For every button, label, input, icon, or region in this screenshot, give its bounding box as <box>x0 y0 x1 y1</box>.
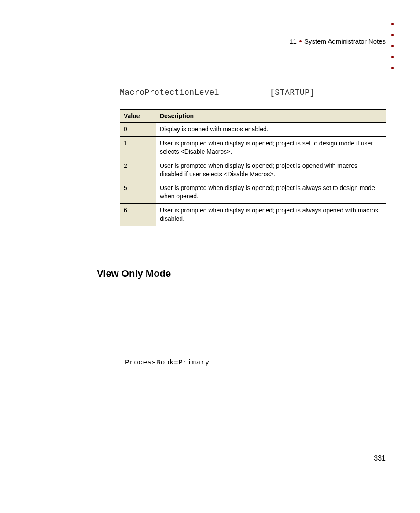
cell-value: 1 <box>120 136 156 159</box>
cell-description: User is prompted when display is opened;… <box>156 136 386 159</box>
table-row: 5 User is prompted when display is opene… <box>120 181 386 204</box>
bullet-icon <box>299 40 302 42</box>
dot-icon <box>391 23 394 25</box>
header-description: Description <box>156 110 386 123</box>
setting-row: MacroProtectionLevel [STARTUP] <box>120 88 386 97</box>
table-row: 1 User is prompted when display is opene… <box>120 136 386 159</box>
dot-icon <box>391 45 394 47</box>
values-table: Value Description 0 Display is opened wi… <box>120 109 386 226</box>
table-row: 6 User is prompted when display is opene… <box>120 204 386 226</box>
section-heading: View Only Mode <box>97 268 386 279</box>
dot-icon <box>391 67 394 69</box>
cell-value: 0 <box>120 123 156 137</box>
dot-icon <box>391 34 394 36</box>
header-value: Value <box>120 110 156 123</box>
table-row: 2 User is prompted when display is opene… <box>120 159 386 181</box>
cell-description: Display is opened with macros enabled. <box>156 123 386 137</box>
cell-description: User is prompted when display is opened;… <box>156 181 386 204</box>
setting-name: MacroProtectionLevel <box>120 88 219 97</box>
page-header: 11 System Administrator Notes <box>289 37 386 45</box>
cell-description: User is prompted when display is opened;… <box>156 204 386 226</box>
dot-icon <box>391 56 394 58</box>
cell-description: User is prompted when display is opened;… <box>156 159 386 181</box>
cell-value: 2 <box>120 159 156 181</box>
main-content: MacroProtectionLevel [STARTUP] Value Des… <box>120 88 386 367</box>
cell-value: 6 <box>120 204 156 226</box>
decorative-dots <box>391 23 394 69</box>
page-number: 331 <box>374 454 386 462</box>
table-header-row: Value Description <box>120 110 386 123</box>
code-line: ProcessBook=Primary <box>125 359 386 367</box>
cell-value: 5 <box>120 181 156 204</box>
table-row: 0 Display is opened with macros enabled. <box>120 123 386 137</box>
chapter-number: 11 <box>289 37 297 45</box>
chapter-title: System Administrator Notes <box>304 37 386 45</box>
setting-section: [STARTUP] <box>270 88 315 97</box>
